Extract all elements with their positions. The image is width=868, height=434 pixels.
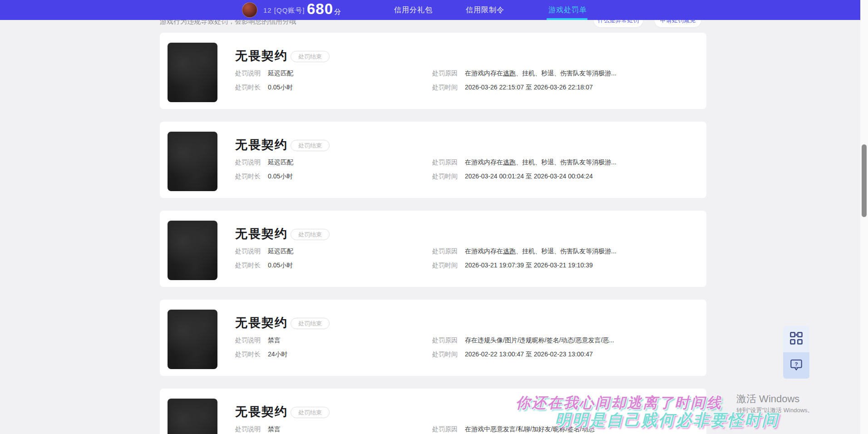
duration-value: 24小时	[268, 350, 288, 358]
avatar[interactable]	[242, 2, 257, 18]
account-label: 12 [QQ账号]	[263, 6, 305, 15]
scrollbar-track[interactable]	[860, 0, 868, 434]
qr-code-button[interactable]	[783, 326, 809, 352]
reason-text: 在游戏内存在	[465, 69, 503, 77]
tab-credit-restriction[interactable]: 信用限制令	[466, 5, 504, 15]
time-label: 处罚时间	[432, 261, 458, 269]
time-value: 2026-03-24 00:01:24 至 2026-03-24 00:04:2…	[465, 173, 593, 180]
punishment-card: 无畏契约 处罚结束 处罚说明延迟匹配 处罚时长0.05小时 处罚原因在游戏内存在…	[160, 122, 706, 198]
reason-text-suffix: 、挂机、秒退、伤害队友等消极游...	[516, 69, 616, 77]
time-label: 处罚时间	[432, 173, 458, 180]
help-feedback-button[interactable]: ?	[783, 352, 809, 379]
desc-value: 延迟匹配	[268, 69, 293, 77]
svg-text:?: ?	[794, 361, 798, 367]
game-title: 无畏契约	[235, 404, 288, 420]
windows-activation-watermark: 激活 Windows	[736, 392, 799, 406]
desc-value: 延迟匹配	[268, 247, 293, 255]
duration-value: 0.05小时	[268, 84, 293, 91]
desc-value: 禁言	[268, 336, 281, 344]
credit-score-unit: 分	[334, 8, 341, 15]
game-title: 无畏契约	[235, 226, 288, 242]
status-badge: 处罚结束	[291, 51, 330, 62]
credit-punishment-page: 游戏行为违规导致处罚，会影响您的信用分哦 什么是异常处罚 申请处罚减免 12 […	[0, 0, 868, 434]
punishment-card: 无畏契约 处罚结束 处罚说明延迟匹配 处罚时长0.05小时 处罚原因在游戏内存在…	[160, 33, 706, 109]
desc-label: 处罚说明	[235, 69, 261, 77]
tab-credit-gift[interactable]: 信用分礼包	[394, 5, 433, 15]
reason-text-suffix: 、挂机、秒退、伤害队友等消极游...	[516, 158, 616, 166]
reason-label: 处罚原因	[432, 247, 458, 255]
time-value: 2026-03-26 22:15:07 至 2026-03-26 22:18:0…	[465, 84, 593, 91]
reason-label: 处罚原因	[432, 69, 458, 77]
game-thumbnail	[168, 43, 217, 102]
duration-value: 0.05小时	[268, 173, 293, 180]
time-label: 处罚时间	[432, 84, 458, 91]
duration-label: 处罚时长	[235, 173, 261, 180]
reason-text-suffix: 、挂机、秒退、伤害队友等消极游...	[516, 247, 616, 255]
reason-label: 处罚原因	[432, 425, 458, 433]
game-thumbnail	[168, 221, 217, 280]
duration-label: 处罚时长	[235, 261, 261, 269]
reason-text: 在游戏内存在	[465, 158, 503, 166]
game-title: 无畏契约	[235, 48, 288, 64]
duration-value: 0.05小时	[268, 261, 293, 269]
time-label: 处罚时间	[432, 350, 458, 358]
qr-code-icon	[789, 331, 803, 347]
reason-label: 处罚原因	[432, 158, 458, 166]
active-tab-underline	[547, 18, 587, 20]
desc-value: 禁言	[268, 425, 281, 433]
reason-link[interactable]: 逃跑	[503, 247, 516, 255]
lyric-overlay-line2: 明明是自己贱何必非要怪时间	[555, 409, 779, 431]
tab-game-punishment-active[interactable]: 游戏处罚单	[548, 5, 587, 15]
game-title: 无畏契约	[235, 315, 288, 331]
reason-link[interactable]: 逃跑	[503, 69, 516, 77]
punishment-card: 无畏契约 处罚结束 处罚说明禁言 处罚时长24小时 处罚原因存在违规头像/图片/…	[160, 300, 706, 376]
status-badge: 处罚结束	[291, 407, 330, 418]
game-title: 无畏契约	[235, 137, 288, 153]
desc-label: 处罚说明	[235, 425, 261, 433]
floating-action-buttons: ?	[783, 326, 809, 379]
duration-label: 处罚时长	[235, 84, 261, 91]
reason-text: 存在违规头像/图片/违规昵称/签名/动态/恶意发言/恶...	[465, 336, 614, 344]
desc-label: 处罚说明	[235, 336, 261, 344]
top-header-bar: 12 [QQ账号] 680分 信用分礼包 信用限制令 游戏处罚单	[0, 0, 860, 20]
duration-label: 处罚时长	[235, 350, 261, 358]
time-value: 2026-03-21 19:07:39 至 2026-03-21 19:10:3…	[465, 261, 593, 269]
status-badge: 处罚结束	[291, 229, 330, 240]
credit-score-value: 680	[307, 0, 333, 17]
credit-score: 680分	[307, 0, 341, 18]
desc-label: 处罚说明	[235, 247, 261, 255]
desc-value: 延迟匹配	[268, 158, 293, 166]
scrollbar-thumb[interactable]	[862, 144, 867, 217]
time-value: 2026-02-22 13:00:47 至 2026-02-23 13:00:4…	[465, 350, 593, 358]
help-bubble-icon: ?	[789, 358, 803, 373]
reason-label: 处罚原因	[432, 336, 458, 344]
punishment-card: 无畏契约 处罚结束 处罚说明延迟匹配 处罚时长0.05小时 处罚原因在游戏内存在…	[160, 211, 706, 287]
game-thumbnail	[168, 310, 217, 369]
game-thumbnail	[168, 132, 217, 191]
reason-link[interactable]: 逃跑	[503, 158, 516, 166]
game-thumbnail	[168, 399, 217, 434]
desc-label: 处罚说明	[235, 158, 261, 166]
status-badge: 处罚结束	[291, 140, 330, 151]
status-badge: 处罚结束	[291, 318, 330, 329]
reason-text: 在游戏内存在	[465, 247, 503, 255]
